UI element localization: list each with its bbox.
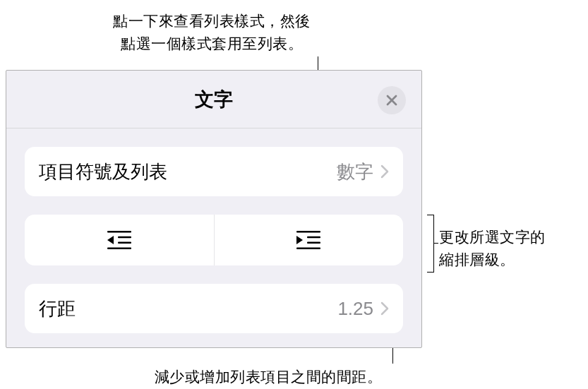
bullets-label: 項目符號及列表 — [39, 160, 337, 184]
callout-bottom-text: 減少或增加列表項目之間的間距。 — [155, 369, 383, 385]
chevron-right-icon — [380, 301, 389, 316]
close-icon — [385, 94, 398, 107]
bullets-value: 數字 — [337, 160, 373, 184]
svg-rect-4 — [118, 242, 131, 244]
svg-rect-9 — [307, 242, 320, 244]
callout-bottom: 減少或增加列表項目之間的間距。 — [120, 366, 416, 388]
bullets-lists-row[interactable]: 項目符號及列表 數字 — [25, 147, 403, 196]
callout-line-right — [434, 243, 438, 244]
svg-rect-7 — [296, 231, 320, 233]
svg-marker-11 — [296, 236, 303, 244]
svg-rect-3 — [118, 237, 131, 239]
callout-right-line1: 更改所選文字的 — [439, 229, 546, 245]
indent-controls — [25, 215, 403, 265]
callout-right-line2: 縮排層級。 — [439, 251, 515, 268]
close-button[interactable] — [378, 86, 406, 114]
callout-top: 點一下來查看列表樣式，然後 點選一個樣式套用至列表。 — [0, 10, 424, 54]
svg-rect-2 — [107, 231, 131, 233]
chevron-right-icon — [380, 164, 389, 179]
callout-bracket-right — [427, 215, 434, 273]
callout-right: 更改所選文字的 縮排層級。 — [439, 226, 587, 270]
callout-top-line1: 點一下來查看列表樣式，然後 — [113, 13, 311, 29]
svg-rect-8 — [307, 237, 320, 239]
indent-icon — [296, 231, 320, 249]
line-spacing-label: 行距 — [39, 297, 337, 321]
text-format-panel: 文字 項目符號及列表 數字 — [6, 70, 422, 348]
outdent-button[interactable] — [25, 215, 215, 265]
line-spacing-value: 1.25 — [337, 298, 373, 320]
svg-rect-5 — [107, 247, 131, 249]
line-spacing-row[interactable]: 行距 1.25 — [25, 284, 403, 333]
svg-marker-6 — [107, 236, 114, 244]
panel-header: 文字 — [6, 71, 421, 128]
indent-button[interactable] — [215, 215, 404, 265]
svg-rect-10 — [296, 247, 320, 249]
callout-top-line2: 點選一個樣式套用至列表。 — [121, 35, 303, 52]
panel-body: 項目符號及列表 數字 — [6, 128, 421, 333]
panel-title: 文字 — [195, 87, 233, 112]
outdent-icon — [107, 231, 131, 249]
